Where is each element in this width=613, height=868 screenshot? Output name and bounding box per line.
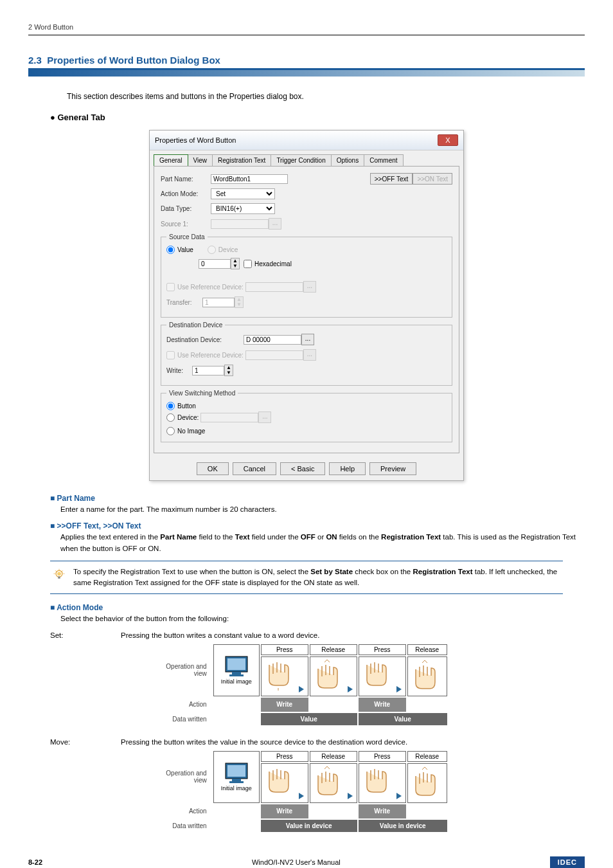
source1-browse: ... — [269, 218, 281, 230]
write-input[interactable] — [192, 366, 224, 375]
move-desc: Pressing the button writes the value in … — [121, 738, 585, 746]
destination-device-legend: Destination Device — [166, 321, 225, 329]
hand-press-icon — [264, 766, 298, 797]
action-mode-txt: Select the behavior of the button from t… — [60, 613, 585, 624]
section-title: 2.3 Properties of Word Button Dialog Box — [28, 55, 585, 66]
svg-rect-15 — [232, 779, 241, 781]
part-name-txt: Enter a name for the part. The maximum n… — [60, 504, 585, 515]
destination-device-input[interactable] — [244, 335, 301, 345]
vsm-noimage-radio[interactable]: No Image — [166, 427, 205, 435]
release-header-1a: Release — [310, 644, 357, 655]
gradient-bar — [28, 70, 585, 77]
hand-release-icon — [313, 660, 346, 691]
view-switching-legend: View Switching Method — [166, 390, 238, 397]
svg-line-6 — [55, 570, 56, 571]
vsm-device-input — [200, 413, 258, 422]
general-tab-heading: General Tab — [50, 113, 585, 122]
chapter-header: 2 Word Button — [28, 23, 585, 35]
source1-input — [211, 219, 269, 229]
svg-rect-16 — [229, 781, 244, 783]
initial-image-label-1: Initial image — [217, 678, 256, 685]
press-header-2b: Press — [359, 751, 406, 762]
source-value-input[interactable] — [199, 259, 231, 269]
off-text-button[interactable]: >>OFF Text — [370, 173, 413, 185]
set-diagram: Operation andview Initial image Press Re… — [164, 643, 448, 727]
op-view-label-1b: view — [194, 670, 207, 677]
release-header-2a: Release — [310, 751, 357, 762]
help-button[interactable]: Help — [329, 462, 366, 475]
cancel-button[interactable]: Cancel — [233, 462, 276, 475]
tab-options[interactable]: Options — [331, 154, 364, 166]
tab-general[interactable]: General — [154, 154, 188, 166]
part-name-label: Part Name: — [161, 176, 211, 183]
preview-button[interactable]: Preview — [369, 462, 416, 475]
dest-ref-browse: ... — [303, 349, 316, 361]
source-ref-browse: ... — [303, 281, 316, 293]
source1-label: Source 1: — [161, 221, 211, 228]
offon-hdr: >>OFF Text, >>ON Text — [50, 521, 585, 530]
view-switching-group: View Switching Method Button Device: ...… — [161, 390, 452, 442]
note-box: To specify the Registration Text to use … — [50, 561, 563, 595]
dialog-tabs: General View Registration Text Trigger C… — [150, 150, 463, 166]
data-written-label-2: Data written — [166, 820, 211, 832]
section-intro: This section describes items and buttons… — [67, 92, 585, 101]
value-in-device-cell-2b: Value in device — [380, 822, 426, 829]
destination-device-browse[interactable]: ... — [301, 334, 314, 345]
note-text: To specify the Registration Text to use … — [73, 566, 560, 589]
release-header-1b: Release — [407, 644, 447, 655]
monitor-icon — [224, 655, 249, 677]
ok-button[interactable]: OK — [197, 462, 229, 475]
vsm-device-radio[interactable]: Device: — [166, 413, 199, 422]
on-text-button[interactable]: >>ON Text — [413, 173, 452, 185]
value-cell-1b: Value — [384, 716, 422, 723]
page-footer: 8-22 WindO/I-NV2 User's Manual IDEC — [28, 853, 585, 868]
vsm-button-radio[interactable]: Button — [166, 402, 196, 410]
general-tab-heading-label: General Tab — [57, 113, 105, 122]
source-use-ref-check: Use Reference Device: — [166, 283, 244, 291]
source-data-legend: Source Data — [166, 233, 208, 240]
tab-view[interactable]: View — [188, 154, 213, 166]
value-in-device-cell-2a: Value in device — [286, 822, 332, 829]
tab-registration-text[interactable]: Registration Text — [212, 154, 271, 166]
move-term: Move: — [50, 738, 121, 746]
tab-trigger-condition[interactable]: Trigger Condition — [271, 154, 331, 166]
move-diagram: Operation andview Initial image Press Re… — [164, 750, 448, 833]
hand-press-icon — [362, 766, 395, 797]
offon-txt: Applies the text entered in the Part Nam… — [60, 532, 585, 554]
data-written-label-1: Data written — [166, 713, 211, 725]
write-cell-2b: Write — [359, 804, 406, 818]
svg-rect-2 — [58, 576, 60, 578]
action-mode-label: Action Mode: — [161, 190, 211, 197]
tab-comment[interactable]: Comment — [364, 154, 403, 166]
write-label: Write: — [166, 367, 192, 374]
dest-use-ref-check: Use Reference Device: — [166, 351, 244, 359]
hexadecimal-check[interactable]: Hexadecimal — [244, 260, 292, 268]
hand-press-icon — [264, 660, 298, 691]
source-device-radio[interactable]: Device — [208, 246, 238, 254]
source-ref-input — [245, 282, 303, 292]
idec-logo: IDEC — [550, 856, 585, 868]
dialog-close-button[interactable]: X — [438, 134, 458, 146]
transfer-label: Transfer: — [166, 299, 202, 306]
data-type-select[interactable]: BIN16(+) — [211, 203, 275, 214]
properties-dialog: Properties of Word Button X General View… — [149, 130, 464, 481]
destination-device-label: Destination Device: — [166, 336, 244, 343]
part-name-input[interactable] — [211, 174, 288, 184]
basic-button[interactable]: < Basic — [280, 462, 325, 475]
section-title-text: Properties of Word Button Dialog Box — [47, 55, 220, 66]
source-value-radio[interactable]: Value — [166, 246, 193, 254]
initial-image-label-2: Initial image — [217, 785, 256, 791]
part-name-hdr: Part Name — [50, 494, 585, 503]
set-desc: Pressing the button writes a constant va… — [121, 631, 585, 639]
write-cell-1b: Write — [359, 698, 406, 712]
action-mode-select[interactable]: Set — [211, 188, 275, 199]
dialog-title: Properties of Word Button — [155, 136, 236, 144]
op-view-label-2a: Operation and — [166, 770, 206, 777]
vsm-device-browse: ... — [258, 411, 271, 423]
source-data-group: Source Data Value Device ▲▼ Hexadecimal … — [161, 233, 452, 318]
op-view-label-1a: Operation and — [166, 663, 206, 670]
svg-rect-14 — [227, 765, 245, 777]
dest-ref-input — [245, 350, 303, 360]
write-cell-1a: Write — [261, 698, 308, 712]
set-term: Set: — [50, 631, 121, 639]
